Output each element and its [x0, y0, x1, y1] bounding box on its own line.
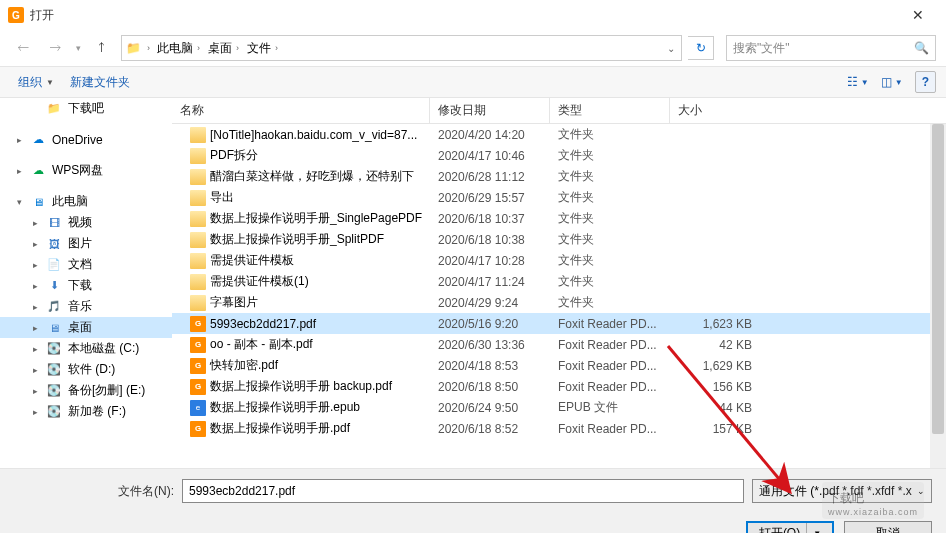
breadcrumb-item[interactable]: 桌面›	[204, 36, 243, 60]
file-type: 文件夹	[550, 231, 670, 248]
expand-icon[interactable]: ▸	[30, 218, 40, 228]
folder-icon	[190, 127, 206, 143]
history-dropdown[interactable]: ▾	[74, 43, 83, 53]
folder-icon	[190, 295, 206, 311]
expand-icon[interactable]: ▾	[14, 197, 24, 207]
bottom-panel: 文件名(N): 通用文件 (*.pdf *.fdf *.xfdf *.x⌄ 打开…	[0, 468, 946, 533]
file-row[interactable]: 数据上报操作说明手册_SinglePagePDF2020/6/18 10:37文…	[172, 208, 946, 229]
file-list: 名称 修改日期 类型 大小 [NoTitle]haokan.baidu.com_…	[172, 98, 946, 468]
folder-icon	[190, 190, 206, 206]
organize-button[interactable]: 组织▼	[10, 70, 62, 95]
breadcrumb-item[interactable]: 此电脑›	[153, 36, 204, 60]
file-date: 2020/4/29 9:24	[430, 296, 550, 310]
file-row[interactable]: Goo - 副本 - 副本.pdf2020/6/30 13:36Foxit Re…	[172, 334, 946, 355]
up-button[interactable]: 🡑	[89, 35, 115, 61]
expand-icon[interactable]: ▸	[30, 260, 40, 270]
app-icon: G	[8, 7, 24, 23]
pdf-icon: G	[190, 337, 206, 353]
back-button[interactable]: 🡐	[10, 35, 36, 61]
sidebar-item[interactable]: ▸☁OneDrive	[0, 129, 172, 150]
file-row[interactable]: G数据上报操作说明手册.pdf2020/6/18 8:52Foxit Reade…	[172, 418, 946, 439]
sidebar-item[interactable]: ▸💽新加卷 (F:)	[0, 401, 172, 422]
expand-icon[interactable]: ▸	[30, 281, 40, 291]
expand-icon[interactable]: ▸	[30, 407, 40, 417]
sidebar-item[interactable]: ▸💽备份[勿删] (E:)	[0, 380, 172, 401]
epub-icon: e	[190, 400, 206, 416]
video-icon: 🎞	[46, 215, 62, 231]
help-button[interactable]: ?	[915, 71, 936, 93]
chevron-down-icon: ▼	[895, 78, 903, 87]
preview-pane-button[interactable]: ◫▼	[875, 72, 909, 92]
open-button[interactable]: 打开(O)▼	[746, 521, 834, 533]
folder-icon	[190, 253, 206, 269]
folder-icon	[190, 211, 206, 227]
expand-icon[interactable]: ▸	[30, 323, 40, 333]
file-row[interactable]: 数据上报操作说明手册_SplitPDF2020/6/18 10:38文件夹	[172, 229, 946, 250]
file-name: 需提供证件模板	[172, 252, 430, 269]
expand-icon[interactable]: ▸	[30, 365, 40, 375]
file-row[interactable]: G快转加密.pdf2020/4/18 8:53Foxit Reader PD..…	[172, 355, 946, 376]
column-type[interactable]: 类型	[550, 98, 670, 123]
sidebar-item[interactable]: ▸📄文档	[0, 254, 172, 275]
folder-icon	[190, 232, 206, 248]
address-row: 🡐 🡒 ▾ 🡑 📁 › 此电脑› 桌面› 文件› ⌄ ↻ 搜索"文件" 🔍	[0, 30, 946, 66]
disk-icon: 💽	[46, 383, 62, 399]
file-name: G数据上报操作说明手册.pdf	[172, 420, 430, 437]
pdf-icon: G	[190, 379, 206, 395]
sidebar-item[interactable]: ▸🎞视频	[0, 212, 172, 233]
column-size[interactable]: 大小	[670, 98, 946, 123]
file-name: G快转加密.pdf	[172, 357, 430, 374]
folder-icon: 📁	[122, 41, 144, 55]
sidebar-item[interactable]: ▸🖥桌面	[0, 317, 172, 338]
sidebar-item[interactable]: ▸💽软件 (D:)	[0, 359, 172, 380]
split-dropdown-icon[interactable]: ▼	[806, 523, 821, 533]
scrollbar[interactable]	[930, 124, 946, 468]
expand-icon[interactable]: ▸	[14, 166, 24, 176]
sidebar-item-label: 桌面	[68, 319, 92, 336]
breadcrumb[interactable]: 📁 › 此电脑› 桌面› 文件› ⌄	[121, 35, 682, 61]
file-date: 2020/4/20 14:20	[430, 128, 550, 142]
file-row[interactable]: [NoTitle]haokan.baidu.com_v_vid=87...202…	[172, 124, 946, 145]
file-row[interactable]: 字幕图片2020/4/29 9:24文件夹	[172, 292, 946, 313]
sidebar-item[interactable]: ▸💽本地磁盘 (C:)	[0, 338, 172, 359]
expand-icon[interactable]: ▸	[14, 135, 24, 145]
file-date: 2020/4/17 10:28	[430, 254, 550, 268]
column-name[interactable]: 名称	[172, 98, 430, 123]
sidebar-item[interactable]: ▸☁WPS网盘	[0, 160, 172, 181]
close-button[interactable]: ✕	[898, 0, 938, 30]
view-mode-button[interactable]: ☷▼	[841, 72, 875, 92]
sidebar-item-label: 下载	[68, 277, 92, 294]
folder-icon	[190, 274, 206, 290]
sidebar-item[interactable]: ▸🖼图片	[0, 233, 172, 254]
sidebar-item[interactable]: 📁下载吧	[0, 98, 172, 119]
cancel-button[interactable]: 取消	[844, 521, 932, 533]
file-size: 1,623 KB	[670, 317, 760, 331]
breadcrumb-item[interactable]: 文件›	[243, 36, 282, 60]
column-date[interactable]: 修改日期	[430, 98, 550, 123]
file-name: [NoTitle]haokan.baidu.com_v_vid=87...	[172, 127, 430, 143]
expand-icon[interactable]: ▸	[30, 386, 40, 396]
file-row[interactable]: 需提供证件模板(1)2020/4/17 11:24文件夹	[172, 271, 946, 292]
file-date: 2020/6/28 11:12	[430, 170, 550, 184]
file-date: 2020/4/17 11:24	[430, 275, 550, 289]
expand-icon[interactable]: ▸	[30, 344, 40, 354]
filename-input[interactable]	[182, 479, 744, 503]
pic-icon: 🖼	[46, 236, 62, 252]
file-row[interactable]: G5993ecb2dd217.pdf2020/5/16 9:20Foxit Re…	[172, 313, 946, 334]
expand-icon[interactable]: ▸	[30, 302, 40, 312]
refresh-button[interactable]: ↻	[688, 36, 714, 60]
file-row[interactable]: 需提供证件模板2020/4/17 10:28文件夹	[172, 250, 946, 271]
new-folder-button[interactable]: 新建文件夹	[62, 70, 138, 95]
file-row[interactable]: 导出2020/6/29 15:57文件夹	[172, 187, 946, 208]
file-row[interactable]: e数据上报操作说明手册.epub2020/6/24 9:50EPUB 文件44 …	[172, 397, 946, 418]
file-row[interactable]: G数据上报操作说明手册 backup.pdf2020/6/18 8:50Foxi…	[172, 376, 946, 397]
sidebar-item[interactable]: ▾🖥此电脑	[0, 191, 172, 212]
sidebar-item[interactable]: ▸🎵音乐	[0, 296, 172, 317]
expand-icon[interactable]: ▸	[30, 239, 40, 249]
search-input[interactable]: 搜索"文件" 🔍	[726, 35, 936, 61]
file-row[interactable]: 醋溜白菜这样做，好吃到爆，还特别下2020/6/28 11:12文件夹	[172, 166, 946, 187]
file-size: 1,629 KB	[670, 359, 760, 373]
file-row[interactable]: PDF拆分2020/4/17 10:46文件夹	[172, 145, 946, 166]
breadcrumb-dropdown[interactable]: ⌄	[660, 43, 681, 54]
sidebar-item[interactable]: ▸⬇下载	[0, 275, 172, 296]
